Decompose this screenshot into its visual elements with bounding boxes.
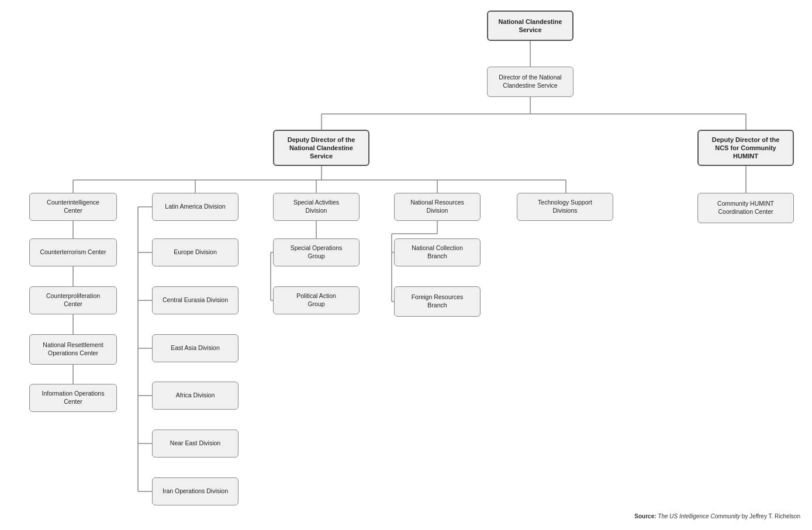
counterproliferation-node: Counterproliferation Center bbox=[29, 286, 117, 314]
national-resources-node: National Resources Division bbox=[394, 193, 481, 221]
counterintelligence-node: Counterintelligence Center bbox=[29, 193, 117, 221]
europe-node: Europe Division bbox=[152, 238, 239, 266]
national-collection-node: National Collection Branch bbox=[394, 238, 481, 266]
iran-ops-node: Iran Operations Division bbox=[152, 477, 239, 505]
latin-america-node: Latin America Division bbox=[152, 193, 239, 221]
community-humint-node: Community HUMINT Coordination Center bbox=[697, 193, 794, 223]
special-ops-group-node: Special Operations Group bbox=[273, 238, 360, 266]
political-action-node: Political Action Group bbox=[273, 286, 360, 314]
central-eurasia-node: Central Eurasia Division bbox=[152, 286, 239, 314]
africa-node: Africa Division bbox=[152, 382, 239, 410]
resettlement-node: National Resettlement Operations Center bbox=[29, 334, 117, 365]
east-asia-node: East Asia Division bbox=[152, 334, 239, 362]
deputy-humint-node: Deputy Director of the NCS for Community… bbox=[697, 130, 794, 166]
tech-support-node: Technology Support Divisions bbox=[517, 193, 613, 221]
deputy-ncs-node: Deputy Director of the National Clandest… bbox=[273, 130, 369, 166]
ncs-node: National Clandestine Service bbox=[487, 11, 573, 41]
counterterrorism-node: Counterterrorism Center bbox=[29, 238, 117, 266]
special-activities-node: Special Activities Division bbox=[273, 193, 360, 221]
info-ops-node: Information Operations Center bbox=[29, 384, 117, 412]
near-east-node: Near East Division bbox=[152, 429, 239, 458]
foreign-resources-node: Foreign Resources Branch bbox=[394, 286, 481, 317]
source-note: Source: The US Intelligence Community by… bbox=[634, 513, 800, 519]
director-node: Director of the National Clandestine Ser… bbox=[487, 67, 573, 97]
org-chart: National Clandestine Service Director of… bbox=[0, 0, 812, 530]
